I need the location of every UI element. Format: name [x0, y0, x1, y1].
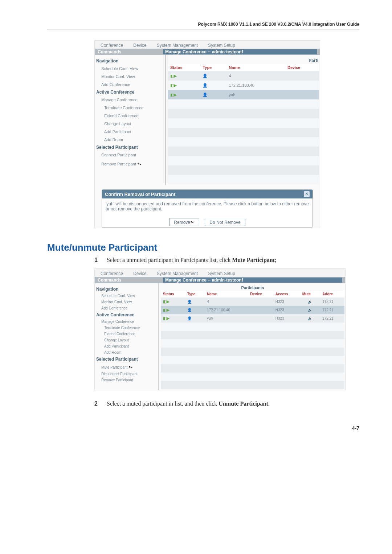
step-2: 2 Select a muted participant in list, an…: [94, 401, 359, 407]
sidebar-item-schedule[interactable]: Schedule Conf. View: [95, 65, 164, 73]
tab-system-setup[interactable]: System Setup: [206, 42, 237, 49]
step-1: 1 Select a unmuted participant in Partic…: [94, 257, 359, 263]
cursor-icon: ↖: [128, 363, 134, 370]
close-icon[interactable]: ×: [304, 191, 310, 197]
step-text-post: .: [268, 401, 270, 407]
cell-addr: 172.21: [320, 306, 344, 314]
table-row[interactable]: ◧▶ 👤 172.21.100.40: [168, 81, 319, 90]
tabs-row: Conference Device System Management Syst…: [95, 269, 345, 277]
do-not-remove-button[interactable]: Do Not Remove: [205, 219, 245, 226]
sidebar-section-active-conference: Active Conference: [95, 89, 164, 96]
cursor-icon: ↖: [189, 218, 196, 225]
cursor-icon: ↖: [136, 160, 143, 167]
col-address[interactable]: Addre: [320, 291, 344, 297]
sidebar-item-label: Remove Participant: [101, 162, 136, 166]
screenshot-1: Conference Device System Management Syst…: [94, 40, 320, 228]
step-number: 2: [94, 401, 107, 407]
type-icon: 👤: [187, 316, 192, 320]
tab-device[interactable]: Device: [131, 270, 149, 277]
sidebar-item-connect-participant[interactable]: Connect Participant: [95, 151, 164, 159]
sidebar-item-remove-participant[interactable]: Remove Participant: [95, 377, 156, 383]
col-access[interactable]: Access: [273, 291, 300, 297]
status-icon: ◧▶: [170, 93, 177, 97]
sidebar-item-extend[interactable]: Extend Conference: [95, 112, 164, 120]
sidebar-item-add-room[interactable]: Add Room: [95, 136, 164, 144]
col-name[interactable]: Name: [205, 291, 248, 297]
sidebar-item-change-layout[interactable]: Change Layout: [95, 120, 164, 128]
sidebar-item-remove-participant[interactable]: Remove Participant ↖: [95, 159, 164, 168]
step-bold: Unmute Participant: [219, 401, 268, 407]
confirm-dialog: Confirm Removal of Participant × 'yuh' w…: [102, 189, 313, 228]
page-number: 4-7: [47, 425, 359, 431]
col-device[interactable]: Device: [248, 291, 273, 297]
sidebar-item-add-conference[interactable]: Add Conference: [95, 305, 156, 311]
screenshot-2: Conference Device System Management Syst…: [94, 268, 346, 390]
type-icon: 👤: [187, 300, 192, 304]
sidebar-item-manage-conference[interactable]: Manage Conference: [95, 319, 156, 325]
sidebar-item-manage-conference[interactable]: Manage Conference: [95, 96, 164, 104]
table-row[interactable]: ◧▶ 👤 4: [168, 71, 319, 81]
col-mute[interactable]: Mute: [300, 291, 320, 297]
cell-name: yuh: [227, 90, 285, 99]
participants-table-2: Status Type Name Device Access Mute Addr…: [161, 291, 344, 389]
col-type[interactable]: Type: [200, 64, 226, 71]
table-row[interactable]: ◧▶ 👤 4 H323 🔈 172.21: [161, 297, 344, 306]
cell-access: H323: [273, 314, 300, 323]
cell-name: 4: [205, 297, 248, 306]
page-header: Polycom RMX 1000 V1.1.1 and SE 200 V3.0.…: [47, 22, 359, 29]
tab-system-management[interactable]: System Management: [155, 42, 200, 49]
dialog-title: Confirm Removal of Participant: [105, 192, 175, 197]
remove-button-label: Remove: [174, 220, 190, 225]
col-status[interactable]: Status: [161, 291, 185, 297]
sidebar-item-label: Mute Participant: [101, 365, 127, 369]
tab-device[interactable]: Device: [131, 42, 149, 49]
manage-conference-title: Manage Conference -- admin-testconf: [163, 278, 342, 283]
sidebar-section-selected-participant: Selected Participant: [95, 144, 164, 151]
cell-access: H323: [273, 297, 300, 306]
dialog-body: 'yuh' will be disconnected and removed f…: [102, 198, 313, 216]
nav-header: Navigation: [95, 57, 164, 65]
col-type[interactable]: Type: [185, 291, 205, 297]
sidebar-item-add-room[interactable]: Add Room: [95, 349, 156, 356]
sidebar-item-schedule[interactable]: Schedule Conf. View: [95, 293, 156, 299]
sidebar-item-add-participant[interactable]: Add Participant: [95, 343, 156, 349]
tab-system-setup[interactable]: System Setup: [206, 270, 237, 277]
tab-system-management[interactable]: System Management: [155, 270, 200, 277]
sidebar-item-terminate[interactable]: Terminate Conference: [95, 104, 164, 112]
col-status[interactable]: Status: [168, 64, 200, 71]
remove-button[interactable]: Remove↖: [169, 218, 199, 226]
tab-conference[interactable]: Conference: [98, 42, 125, 49]
status-icon: ◧▶: [163, 316, 170, 321]
type-icon: 👤: [203, 83, 208, 87]
type-icon: 👤: [187, 308, 192, 312]
table-row[interactable]: ◧▶ 👤 172.21.100.40 H323 🔈 172.21: [161, 306, 344, 314]
step-bold: Mute Participant: [232, 257, 275, 263]
type-icon: 👤: [203, 74, 208, 78]
sidebar-item-monitor[interactable]: Monitor Conf. View: [95, 299, 156, 305]
tabs-row: Conference Device System Management Syst…: [95, 41, 320, 49]
col-name[interactable]: Name: [227, 64, 285, 71]
commands-label: Commands: [98, 49, 163, 54]
sidebar-section-selected-participant: Selected Participant: [95, 356, 156, 363]
sidebar-item-add-conference[interactable]: Add Conference: [95, 81, 164, 89]
sidebar: Navigation Schedule Conf. View Monitor C…: [95, 283, 159, 390]
sidebar-item-mute-participant[interactable]: Mute Participant ↖: [95, 363, 156, 371]
cell-name: yuh: [205, 314, 248, 323]
step-text-post: ;: [275, 257, 276, 263]
sidebar-item-monitor[interactable]: Monitor Conf. View: [95, 73, 164, 81]
sidebar-item-extend[interactable]: Extend Conference: [95, 331, 156, 337]
col-device[interactable]: Device: [285, 64, 319, 71]
table-row[interactable]: ◧▶ 👤 yuh H323 🔈 172.21: [161, 314, 344, 323]
status-icon: ◧▶: [170, 74, 177, 78]
sidebar-item-change-layout[interactable]: Change Layout: [95, 337, 156, 343]
sidebar-item-terminate[interactable]: Terminate Conference: [95, 325, 156, 331]
participants-table: Status Type Name Device ◧▶ 👤 4 ◧▶ 👤: [168, 64, 319, 184]
sidebar-item-add-participant[interactable]: Add Participant: [95, 128, 164, 136]
sidebar-item-disconnect-participant[interactable]: Disconnect Participant: [95, 371, 156, 377]
sidebar-section-active-conference: Active Conference: [95, 311, 156, 319]
tab-conference[interactable]: Conference: [98, 270, 125, 277]
type-icon: 👤: [203, 93, 208, 97]
manage-conference-title: Manage Conference -- admin-testconf: [163, 49, 317, 54]
mute-icon: 🔈: [308, 300, 312, 304]
table-row[interactable]: ◧▶ 👤 yuh: [168, 90, 319, 99]
